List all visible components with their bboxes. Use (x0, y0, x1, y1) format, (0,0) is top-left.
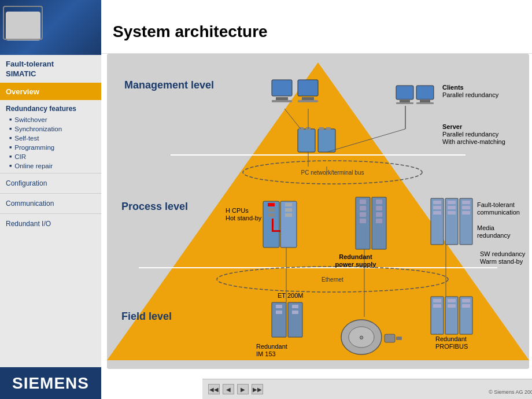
nav-first-button[interactable]: ◀◀ (208, 384, 220, 394)
svg-text:ET 200M: ET 200M (278, 292, 303, 299)
nav-next-button[interactable]: ▶ (237, 384, 249, 394)
svg-text:Redundant: Redundant (339, 253, 372, 260)
svg-rect-18 (420, 100, 430, 102)
svg-text:Clients: Clients (442, 84, 464, 91)
svg-text:Redundant: Redundant (256, 343, 287, 350)
svg-rect-69 (448, 299, 456, 302)
sidebar-title-text: Fault-tolerant SIMATIC (6, 60, 95, 79)
svg-rect-56 (462, 201, 470, 204)
svg-rect-27 (268, 203, 275, 206)
page-title: System architecture (113, 23, 268, 41)
svg-rect-64 (292, 311, 298, 314)
sidebar-redundantio-link[interactable]: Redundant I/O (0, 216, 101, 231)
svg-rect-40 (360, 212, 366, 217)
svg-text:Media: Media (477, 224, 495, 231)
svg-rect-72 (462, 299, 470, 302)
svg-text:Hot stand-by: Hot stand-by (226, 215, 262, 221)
svg-text:PROFIBUS: PROFIBUS (435, 343, 468, 350)
svg-text:power supply: power supply (335, 261, 377, 268)
svg-rect-49 (433, 206, 441, 209)
svg-rect-8 (272, 80, 292, 96)
sidebar-separator-2 (0, 193, 101, 194)
bottom-navigation-bar: ◀◀ ◀ ▶ ▶▶ A&D AS, 07/2004, Chart 5 © Sie… (202, 379, 532, 399)
svg-text:H CPUs: H CPUs (226, 207, 249, 214)
nav-buttons-group: ◀◀ ◀ ▶ ▶▶ (208, 384, 263, 394)
main-title-area: System architecture (101, 10, 532, 54)
svg-text:communication: communication (477, 209, 520, 216)
svg-rect-21 (318, 129, 335, 152)
svg-rect-19 (416, 102, 434, 104)
footer-legal: © Siemens AG 2004 - Subject to change wi… (489, 389, 532, 395)
sidebar-redundancy-label: Redundancy features (0, 100, 101, 115)
svg-text:IM 153: IM 153 (256, 350, 276, 357)
system-architecture-diagram: PC network/terminal bus Ethernet (107, 54, 529, 369)
sidebar-item-switchover[interactable]: Switchover (0, 115, 101, 124)
svg-rect-46 (376, 219, 382, 223)
svg-rect-28 (268, 208, 275, 212)
svg-rect-13 (298, 100, 318, 102)
svg-rect-15 (400, 100, 410, 102)
svg-rect-58 (462, 211, 470, 215)
svg-rect-11 (298, 80, 318, 96)
footer-chart-ref: A&D AS, 07/2004, Chart 5 (489, 383, 532, 389)
svg-text:PC network/terminal bus: PC network/terminal bus (301, 169, 364, 176)
svg-rect-53 (448, 206, 456, 209)
svg-rect-10 (272, 100, 292, 102)
svg-rect-52 (448, 201, 456, 204)
svg-text:Ethernet: Ethernet (322, 276, 343, 283)
svg-rect-73 (462, 304, 470, 308)
svg-rect-67 (433, 304, 441, 308)
sidebar-item-onlinerepair[interactable]: Online repair (0, 161, 101, 171)
sidebar-configuration-link[interactable]: Configuration (0, 176, 101, 191)
sidebar-title: Fault-tolerant SIMATIC (0, 55, 101, 82)
svg-text:Warm stand-by: Warm stand-by (480, 258, 523, 265)
svg-rect-51 (445, 198, 458, 245)
sidebar-item-cir[interactable]: CIR (0, 152, 101, 161)
svg-rect-34 (285, 203, 292, 206)
svg-rect-60 (276, 305, 282, 308)
sidebar-separator-1 (0, 173, 101, 173)
sidebar-item-synchronization[interactable]: Synchronization (0, 124, 101, 134)
svg-text:redundancy: redundancy (477, 232, 511, 239)
nav-prev-button[interactable]: ◀ (223, 384, 234, 394)
sidebar: Fault-tolerant SIMATIC Overview Redundan… (0, 0, 101, 399)
svg-rect-25 (326, 127, 331, 130)
svg-rect-29 (268, 213, 275, 217)
footer-copyright: A&D AS, 07/2004, Chart 5 © Siemens AG 20… (489, 383, 532, 395)
svg-rect-9 (276, 97, 288, 100)
svg-rect-63 (292, 305, 298, 308)
svg-text:Redundant: Redundant (435, 335, 467, 342)
nav-last-button[interactable]: ▶▶ (252, 384, 263, 394)
svg-rect-39 (360, 206, 366, 210)
svg-rect-16 (396, 102, 413, 104)
svg-rect-38 (360, 200, 366, 204)
svg-rect-47 (431, 198, 444, 245)
main-area: System architecture PC network/terminal … (101, 0, 532, 399)
svg-text:Field level: Field level (121, 311, 172, 322)
sidebar-overview-label: Overview (6, 87, 39, 96)
svg-rect-61 (276, 311, 282, 314)
sidebar-item-selftest[interactable]: Self-test (0, 134, 101, 143)
svg-text:Parallel redundancy: Parallel redundancy (442, 91, 499, 98)
svg-text:SW redundancy: SW redundancy (480, 250, 526, 257)
svg-rect-77 (385, 334, 395, 342)
svg-rect-41 (360, 219, 366, 223)
svg-rect-24 (319, 127, 324, 130)
svg-rect-36 (285, 213, 292, 217)
svg-rect-50 (433, 211, 441, 215)
svg-rect-48 (433, 201, 441, 204)
svg-rect-57 (462, 206, 470, 209)
siemens-logo: SIEMENS (0, 367, 101, 399)
sidebar-overview-item[interactable]: Overview (0, 83, 101, 100)
svg-rect-45 (376, 212, 382, 217)
svg-rect-12 (302, 97, 314, 100)
svg-rect-70 (448, 304, 456, 308)
sidebar-logo-area (0, 0, 101, 55)
svg-text:Parallel redundancy: Parallel redundancy (442, 131, 499, 138)
svg-rect-17 (416, 86, 434, 99)
svg-text:Process level: Process level (121, 201, 188, 212)
sidebar-item-programming[interactable]: Programming (0, 143, 101, 152)
svg-text:Fault-tolerant: Fault-tolerant (477, 201, 515, 208)
sidebar-communication-link[interactable]: Communication (0, 196, 101, 211)
svg-rect-30 (272, 219, 274, 230)
